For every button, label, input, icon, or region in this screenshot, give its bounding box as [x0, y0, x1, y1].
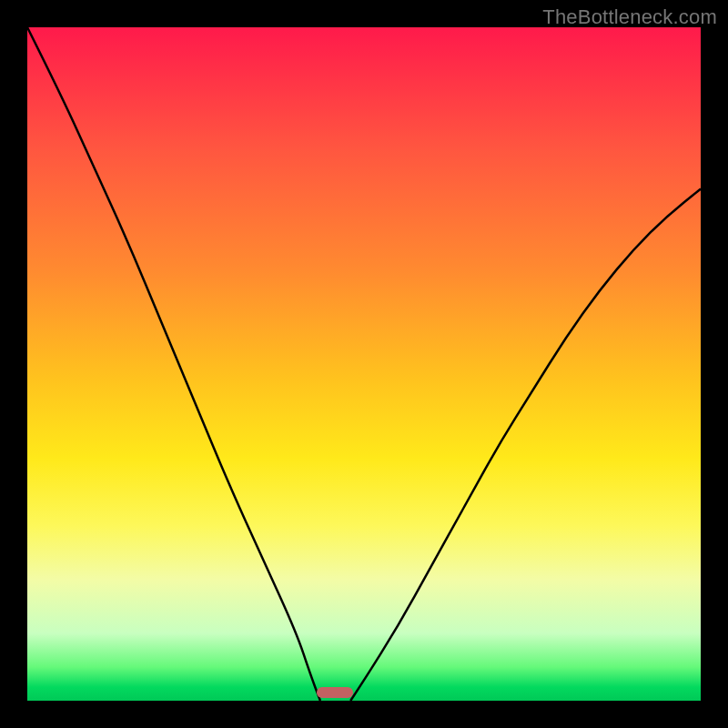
optimal-marker — [317, 687, 353, 698]
left-curve — [27, 27, 320, 701]
watermark-text: TheBottleneck.com — [542, 5, 717, 29]
plot-frame — [27, 27, 701, 701]
right-curve — [350, 189, 701, 701]
curve-overlay — [27, 27, 701, 701]
